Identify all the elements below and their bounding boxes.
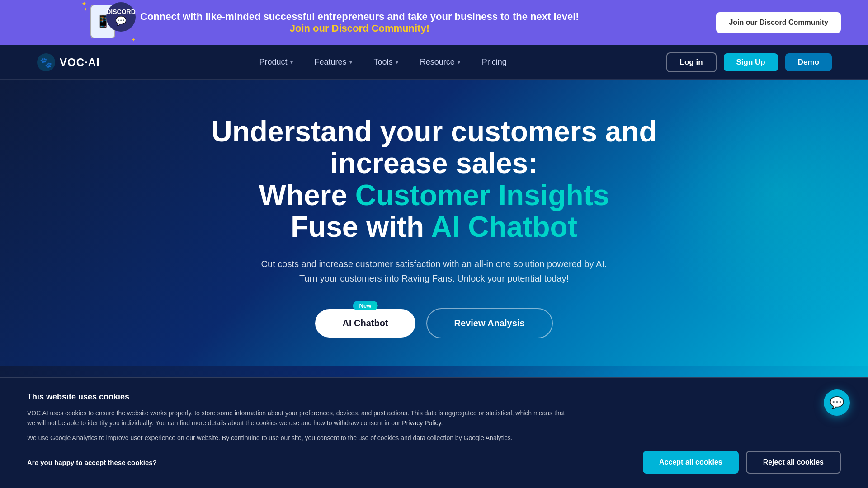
- review-analysis-button[interactable]: Review Analysis: [426, 308, 553, 338]
- chevron-down-icon: ▾: [349, 59, 352, 66]
- cookie-title: This website uses cookies: [27, 392, 841, 402]
- chat-icon: 💬: [830, 396, 844, 410]
- cookie-text-1: VOC AI uses cookies to ensure the websit…: [27, 408, 570, 428]
- chatbot-button[interactable]: New AI Chatbot: [315, 309, 415, 338]
- login-button[interactable]: Log in: [666, 52, 717, 72]
- banner-mascot: 📱 DISCORD 💬 ✦ ✦ ✦: [81, 0, 140, 45]
- nav-features[interactable]: Features ▾: [315, 57, 352, 67]
- nav-tools[interactable]: Tools ▾: [374, 57, 398, 67]
- chevron-down-icon: ▾: [290, 59, 293, 66]
- banner-mascot-area: 📱 DISCORD 💬 ✦ ✦ ✦ Connect with like-mind…: [81, 0, 579, 45]
- navbar: 🐾 VOC·AI Product ▾ Features ▾ Tools ▾ Re…: [0, 45, 868, 80]
- cookie-question: Are you happy to accept these cookies?: [27, 459, 157, 466]
- accept-cookies-button[interactable]: Accept all cookies: [643, 451, 739, 474]
- logo[interactable]: 🐾 VOC·AI: [36, 52, 100, 72]
- chevron-down-icon: ▾: [458, 59, 460, 66]
- new-badge: New: [353, 301, 378, 310]
- hero-title: Understand your customers and increase s…: [163, 116, 705, 243]
- signup-button[interactable]: Sign Up: [724, 53, 778, 71]
- hero-buttons: New AI Chatbot Review Analysis: [315, 308, 552, 338]
- reject-cookies-button[interactable]: Reject all cookies: [746, 451, 841, 474]
- logo-icon: 🐾: [36, 52, 56, 72]
- svg-text:🐾: 🐾: [40, 56, 52, 69]
- hero-subtitle: Cut costs and increase customer satisfac…: [261, 257, 607, 286]
- demo-button[interactable]: Demo: [785, 53, 832, 71]
- discord-join-button[interactable]: Join our Discord Community: [716, 12, 841, 33]
- banner-subtitle: Join our Discord Community: [290, 23, 426, 34]
- navbar-actions: Log in Sign Up Demo: [666, 52, 832, 72]
- cookie-text-2: We use Google Analytics to improve user …: [27, 433, 570, 443]
- discord-banner: 📱 DISCORD 💬 ✦ ✦ ✦ Connect with like-mind…: [0, 0, 868, 45]
- cookie-banner: This website uses cookies VOC AI uses co…: [0, 377, 868, 488]
- hero-section: Understand your customers and increase s…: [0, 80, 868, 366]
- nav-product[interactable]: Product ▾: [259, 57, 293, 67]
- cookie-actions: Accept all cookies Reject all cookies: [643, 451, 841, 474]
- cookie-footer: Are you happy to accept these cookies? A…: [27, 451, 841, 474]
- logo-text: VOC·AI: [60, 56, 100, 69]
- banner-title: Connect with like-minded successful entr…: [140, 11, 579, 23]
- nav-links: Product ▾ Features ▾ Tools ▾ Resource ▾ …: [259, 57, 507, 67]
- chat-widget[interactable]: 💬: [824, 389, 850, 416]
- nav-resource[interactable]: Resource ▾: [420, 57, 460, 67]
- nav-pricing[interactable]: Pricing: [482, 57, 507, 67]
- discord-label: DISCORD: [106, 8, 136, 15]
- chevron-down-icon: ▾: [396, 59, 398, 66]
- privacy-policy-link[interactable]: Privacy Policy: [402, 419, 441, 427]
- banner-text: Connect with like-minded successful entr…: [140, 11, 579, 34]
